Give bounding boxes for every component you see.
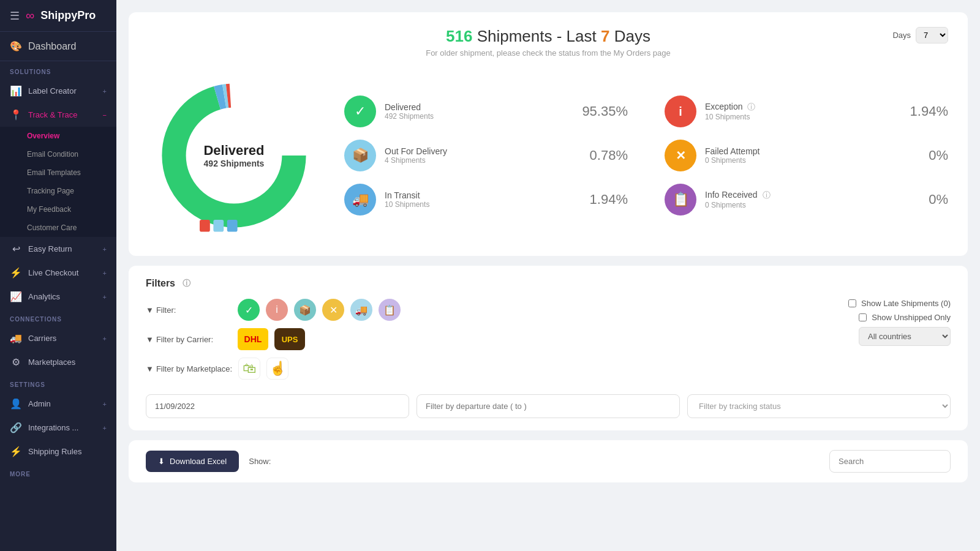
days-selector[interactable]: Days 7 14 30 60 90 xyxy=(892,27,948,43)
sidebar-item-carriers[interactable]: 🚚 Carriers + xyxy=(0,326,116,350)
funnel-icon: ▼ xyxy=(146,305,154,315)
delivered-count: 492 Shipments xyxy=(385,112,573,121)
download-excel-button[interactable]: ⬇ Download Excel xyxy=(146,451,239,472)
carrier-ups[interactable]: UPS xyxy=(274,328,305,350)
in-transit-count: 10 Shipments xyxy=(385,200,581,209)
stat-row-in-transit: 🚚 In Transit 10 Shipments 1.94% xyxy=(344,184,628,216)
filter-out-for-delivery[interactable]: 📦 xyxy=(294,299,316,321)
section-solutions: SOLUTIONS xyxy=(0,61,116,79)
submenu-tracking-page[interactable]: Tracking Page xyxy=(0,182,116,200)
sidebar-item-live-checkout[interactable]: ⚡ Live Checkout + xyxy=(0,261,116,285)
sidebar-item-shipping-rules[interactable]: ⚡ Shipping Rules xyxy=(0,440,116,463)
marketplace-shopify[interactable]: 🛍 xyxy=(238,358,260,380)
title-suffix: Days xyxy=(614,27,650,45)
sidebar-item-marketplaces[interactable]: ⚙ Marketplaces xyxy=(0,350,116,374)
info-received-count: 0 Shipments xyxy=(705,201,920,209)
svg-rect-5 xyxy=(213,220,224,232)
carrier-dhl[interactable]: DHL xyxy=(238,328,268,350)
stats-rows: ✓ Delivered 492 Shipments 95.35% i xyxy=(344,96,948,216)
sidebar-header: ☰ ∞ ShippyPro xyxy=(0,0,116,32)
sidebar-item-track-trace[interactable]: 📍 Track & Trace − xyxy=(0,103,116,127)
filter-status-label: ▼ Filter: xyxy=(146,305,232,315)
filters-right: Show Late Shipments (0) Show Unshipped O… xyxy=(848,299,951,387)
sidebar-item-analytics[interactable]: 📈 Analytics + xyxy=(0,285,116,309)
date-from-input[interactable] xyxy=(146,394,409,418)
dashboard-icon: 🎨 xyxy=(10,40,22,52)
analytics-label: Analytics xyxy=(28,292,60,301)
submenu-email-templates[interactable]: Email Templates xyxy=(0,163,116,182)
track-trace-expand: − xyxy=(103,111,107,119)
days-select[interactable]: 7 14 30 60 90 xyxy=(916,27,948,43)
filter-info-received[interactable]: 📋 xyxy=(379,299,401,321)
sidebar-item-dashboard[interactable]: 🎨 Dashboard xyxy=(0,32,116,61)
failed-attempt-info: Failed Attempt 0 Shipments xyxy=(705,146,920,165)
in-transit-pct: 1.94% xyxy=(590,192,628,208)
label-creator-icon: 📊 xyxy=(10,85,22,97)
filters-card: Filters ⓘ ▼ Filter: ✓ i 📦 ✕ 🚚 📋 xyxy=(129,266,968,430)
delivered-icon: ✓ xyxy=(355,103,366,119)
filter-failed-attempt[interactable]: ✕ xyxy=(322,299,344,321)
hamburger-icon[interactable]: ☰ xyxy=(10,9,20,23)
failed-attempt-label: Failed Attempt xyxy=(705,146,920,156)
funnel-carrier-icon: ▼ xyxy=(146,335,154,344)
dashboard-label: Dashboard xyxy=(28,41,76,52)
date-filter-row: Filter by tracking status Delivered In T… xyxy=(146,394,951,418)
filter-carrier-label: ▼ Filter by Carrier: xyxy=(146,335,232,344)
search-input[interactable] xyxy=(829,450,951,473)
live-checkout-icon: ⚡ xyxy=(10,267,22,279)
stats-card: Days 7 14 30 60 90 516 Shipments - Last … xyxy=(129,12,968,256)
integrations-icon: 🔗 xyxy=(10,422,22,433)
easy-return-expand: + xyxy=(103,246,107,253)
integrations-expand: + xyxy=(103,424,107,432)
stat-row-delivered: ✓ Delivered 492 Shipments 95.35% xyxy=(344,96,628,127)
main-content: Days 7 14 30 60 90 516 Shipments - Last … xyxy=(116,0,980,551)
sidebar: ☰ ∞ ShippyPro 🎨 Dashboard SOLUTIONS 📊 La… xyxy=(0,0,116,551)
submenu-customer-care[interactable]: Customer Care xyxy=(0,219,116,237)
delivered-icon-circle: ✓ xyxy=(344,96,376,127)
filters-left: ▼ Filter: ✓ i 📦 ✕ 🚚 📋 ▼ Filter by Carrie… xyxy=(146,299,839,387)
date-to-input[interactable] xyxy=(417,394,680,418)
info-received-info-icon: ⓘ xyxy=(763,190,771,200)
filter-exception[interactable]: i xyxy=(266,299,288,321)
stat-row-info-received: 📋 Info Received ⓘ 0 Shipments 0% xyxy=(665,184,948,216)
out-for-delivery-pct: 0.78% xyxy=(590,148,628,163)
marketplace-other[interactable]: ☝ xyxy=(266,358,288,380)
donut-chart: Delivered 492 Shipments xyxy=(148,70,320,241)
admin-label: Admin xyxy=(28,399,51,408)
bottom-bar: ⬇ Download Excel Show: xyxy=(129,440,968,482)
submenu-overview[interactable]: Overview xyxy=(0,127,116,145)
submenu-email-condition[interactable]: Email Condition xyxy=(0,145,116,163)
sidebar-item-integrations[interactable]: 🔗 Integrations ... + xyxy=(0,416,116,440)
sidebar-item-admin[interactable]: 👤 Admin + xyxy=(0,392,116,416)
failed-attempt-icon: ✕ xyxy=(676,148,686,163)
easy-return-icon: ↩ xyxy=(10,243,22,255)
logo-icon: ∞ xyxy=(26,9,34,23)
track-trace-submenu: Overview Email Condition Email Templates… xyxy=(0,127,116,237)
sidebar-item-easy-return[interactable]: ↩ Easy Return + xyxy=(0,237,116,261)
country-select[interactable]: All countries Italy Germany France Spain… xyxy=(859,327,951,346)
label-creator-expand: + xyxy=(103,88,107,95)
show-unshipped-label: Show Unshipped Only xyxy=(872,313,951,322)
delivered-info: Delivered 492 Shipments xyxy=(385,102,573,121)
exception-pct: 1.94% xyxy=(910,103,948,119)
sidebar-item-label-creator[interactable]: 📊 Label Creator + xyxy=(0,79,116,103)
shipping-rules-label: Shipping Rules xyxy=(28,447,81,456)
delivered-pct: 95.35% xyxy=(582,103,628,119)
in-transit-icon-circle: 🚚 xyxy=(344,184,376,216)
show-late-checkbox[interactable] xyxy=(848,299,856,307)
donut-center: Delivered 492 Shipments xyxy=(203,143,264,168)
section-settings: SETTINGS xyxy=(0,374,116,392)
delivered-label: Delivered xyxy=(385,102,573,112)
shipping-rules-icon: ⚡ xyxy=(10,446,22,457)
donut-center-sub: 492 Shipments xyxy=(203,159,264,168)
analytics-expand: + xyxy=(103,293,107,301)
stat-row-failed-attempt: ✕ Failed Attempt 0 Shipments 0% xyxy=(665,140,948,171)
stat-row-out-for-delivery: 📦 Out For Delivery 4 Shipments 0.78% xyxy=(344,140,628,171)
exception-icon: i xyxy=(679,105,682,119)
submenu-my-feedback[interactable]: My Feedback xyxy=(0,200,116,219)
section-more: MORE xyxy=(0,463,116,481)
show-unshipped-checkbox[interactable] xyxy=(859,313,867,321)
tracking-status-select[interactable]: Filter by tracking status Delivered In T… xyxy=(687,394,951,418)
filter-in-transit[interactable]: 🚚 xyxy=(350,299,372,321)
filter-delivered[interactable]: ✓ xyxy=(238,299,260,321)
